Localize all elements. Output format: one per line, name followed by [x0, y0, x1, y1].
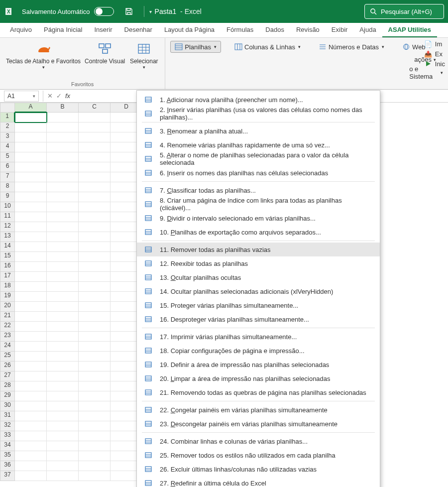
cell[interactable]: [47, 242, 79, 252]
cell[interactable]: [15, 212, 47, 222]
cell[interactable]: [79, 302, 111, 312]
cell[interactable]: [15, 352, 47, 362]
menu-item[interactable]: 12. Reexibir todas as planilhas: [137, 256, 380, 270]
cell[interactable]: [79, 371, 111, 381]
row-header[interactable]: 28: [0, 381, 15, 391]
cell[interactable]: [47, 391, 79, 401]
menu-item[interactable]: 27. Redefinir a última célula do Excel: [137, 476, 380, 487]
cell[interactable]: [15, 202, 47, 212]
row-header[interactable]: 11: [0, 212, 15, 222]
tab-revisao[interactable]: Revisão: [290, 23, 326, 37]
cell[interactable]: [15, 182, 47, 192]
row-header[interactable]: 17: [0, 272, 15, 282]
cell[interactable]: [47, 113, 79, 122]
name-box[interactable]: A1 ▾: [4, 91, 39, 102]
row-header[interactable]: 23: [0, 332, 15, 342]
search-box[interactable]: Pesquisar (Alt+G): [364, 4, 444, 19]
menu-item[interactable]: 11. Remover todas as planilhas vazias: [137, 243, 380, 256]
cell[interactable]: [79, 312, 111, 322]
menu-item[interactable]: 18. Copiar configurações de página e imp…: [137, 344, 380, 358]
row-header[interactable]: 3: [0, 132, 15, 142]
cell[interactable]: [15, 342, 47, 352]
dd-planilhas[interactable]: Planilhas▾: [170, 41, 221, 53]
tab-exibir[interactable]: Exibir: [326, 23, 354, 37]
row-header[interactable]: 5: [0, 152, 15, 162]
cell[interactable]: [79, 262, 111, 272]
btn-teclas-atalho[interactable]: Teclas de Atalho e Favoritos▾: [4, 40, 83, 71]
menu-item[interactable]: 2. Inserir várias planilhas (usa os valo…: [137, 107, 380, 121]
cell[interactable]: [15, 312, 47, 322]
cell[interactable]: [15, 322, 47, 332]
cell[interactable]: [15, 362, 47, 371]
row-header[interactable]: 20: [0, 302, 15, 312]
row-header[interactable]: 10: [0, 202, 15, 212]
cell[interactable]: [47, 322, 79, 332]
menu-item[interactable]: 19. Definir a área de impressão nas plan…: [137, 358, 380, 371]
cell[interactable]: [47, 262, 79, 272]
cell[interactable]: [15, 441, 47, 451]
cell[interactable]: [47, 441, 79, 451]
row-header[interactable]: 19: [0, 292, 15, 302]
cell[interactable]: [47, 212, 79, 222]
cell[interactable]: [15, 113, 47, 122]
cell[interactable]: [15, 431, 47, 441]
cell[interactable]: [47, 142, 79, 152]
cell[interactable]: [15, 451, 47, 461]
cell[interactable]: [47, 282, 79, 292]
menu-item[interactable]: 17. Imprimir várias planilhas simultanea…: [137, 330, 380, 344]
btn-selecionar[interactable]: Selecionar▾: [127, 40, 161, 71]
cell[interactable]: [47, 312, 79, 322]
cell[interactable]: [79, 242, 111, 252]
menu-item[interactable]: 9. Dividir o intervalo selecionado em vá…: [137, 211, 380, 225]
row-header[interactable]: 18: [0, 282, 15, 292]
autosave-toggle[interactable]: [94, 7, 114, 16]
menu-item[interactable]: 1. Adicionar nova planilha (preencher um…: [137, 93, 380, 107]
btn-controle-visual[interactable]: Controle Visual: [83, 40, 127, 71]
cell[interactable]: [79, 282, 111, 292]
cell[interactable]: [15, 152, 47, 162]
snippet-iniciar[interactable]: Inic: [424, 60, 445, 68]
row-header[interactable]: 16: [0, 262, 15, 272]
cell[interactable]: [79, 113, 111, 122]
row-header[interactable]: 1: [0, 113, 15, 122]
cell[interactable]: [79, 272, 111, 282]
cell[interactable]: [47, 252, 79, 262]
row-header[interactable]: 22: [0, 322, 15, 332]
cell[interactable]: [47, 411, 79, 421]
row-header[interactable]: 29: [0, 391, 15, 401]
cell[interactable]: [79, 451, 111, 461]
cell[interactable]: [15, 142, 47, 152]
cell[interactable]: [79, 232, 111, 242]
row-header[interactable]: 13: [0, 232, 15, 242]
cell[interactable]: [15, 122, 47, 132]
tab-arquivo[interactable]: Arquivo: [4, 23, 38, 37]
menu-item[interactable]: 5. Alterar o nome de planilhas seleciona…: [137, 152, 380, 166]
cell[interactable]: [15, 252, 47, 262]
cell[interactable]: [15, 222, 47, 232]
menu-item[interactable]: 15. Proteger várias planilhas simultanea…: [137, 298, 380, 312]
row-header[interactable]: 7: [0, 172, 15, 182]
row-header[interactable]: 15: [0, 252, 15, 262]
cancel-formula-icon[interactable]: ✕: [45, 92, 54, 100]
cell[interactable]: [79, 212, 111, 222]
name-box-caret-icon[interactable]: ▾: [33, 94, 35, 99]
title-caret-icon[interactable]: ▾: [149, 9, 152, 14]
cell[interactable]: [47, 272, 79, 282]
row-header[interactable]: 4: [0, 142, 15, 152]
cell[interactable]: [47, 122, 79, 132]
menu-item[interactable]: 8. Criar uma página de índice com links …: [137, 197, 380, 211]
menu-item[interactable]: 21. Removendo todas as quebras de página…: [137, 385, 380, 399]
cell[interactable]: [79, 132, 111, 142]
menu-item[interactable]: 24. Combinar linhas e colunas de várias …: [137, 434, 380, 448]
cell[interactable]: [15, 461, 47, 471]
cell[interactable]: [79, 391, 111, 401]
cell[interactable]: [79, 471, 111, 481]
tab-ajuda[interactable]: Ajuda: [353, 23, 382, 37]
row-header[interactable]: 14: [0, 242, 15, 252]
cell[interactable]: [15, 162, 47, 172]
save-button[interactable]: [123, 5, 135, 17]
row-header[interactable]: 30: [0, 401, 15, 411]
cell[interactable]: [79, 411, 111, 421]
row-header[interactable]: 12: [0, 222, 15, 232]
cell[interactable]: [47, 292, 79, 302]
